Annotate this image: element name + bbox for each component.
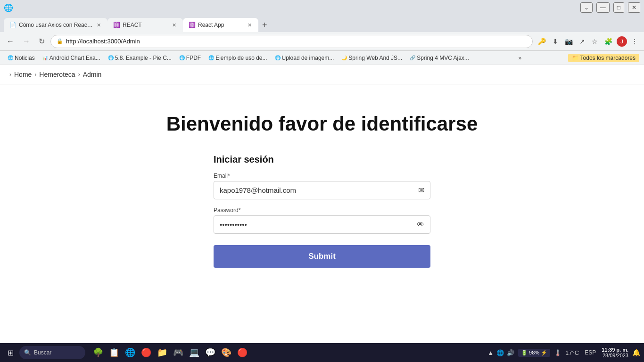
bookmark-pie[interactable]: 🌐 5.8. Example - Pie C... [105,54,174,62]
menu-button[interactable]: ⋮ [629,36,640,47]
tab-favicon-2: ⚛️ [113,22,120,28]
url-text: http://localhost:3000/Admin [66,38,527,45]
breadcrumb: › Home › Hemeroteca › Admin [0,65,644,84]
arrow-up-icon[interactable]: ▲ [487,349,494,356]
bookmark-upload[interactable]: 🌐 Upload de imagem... [272,54,337,62]
weather-icon: 🌡️ [554,349,561,356]
lock-icon: 🔒 [57,38,63,44]
taskbar-app-red[interactable]: 🔴 [235,346,249,360]
password-group: Password* 👁 [214,207,430,234]
start-button[interactable]: ⊞ [4,346,17,359]
taskbar-app-game[interactable]: 🎮 [171,346,185,360]
bookmarks-folder[interactable]: 📁 Todos los marcadores [568,54,639,62]
taskbar-app-msg[interactable]: 💬 [203,346,217,360]
bookmarks-folder-label: Todos los marcadores [580,55,636,61]
tab-2[interactable]: ⚛️ REACT ✕ [107,18,183,32]
email-group: Email* ✉ [214,173,430,199]
key-icon[interactable]: 🔑 [536,36,548,47]
bookmark-ejemplo[interactable]: 🌐 Ejemplo de uso de... [206,54,270,62]
bookmark-label-pie: 5.8. Example - Pie C... [115,55,172,61]
maximize-button[interactable]: □ [613,2,624,13]
tab-list-button[interactable]: ⌄ [580,2,593,13]
taskbar-right: ▲ 🌐 🔊 🔋 98% ⚡ 🌡️ 17°C ESP 11:39 p. m. 28… [487,347,640,358]
download-icon[interactable]: ⬇ [550,36,561,47]
page-content: › Home › Hemeroteca › Admin Bienvenido f… [0,65,644,348]
extension-icon[interactable]: 🧩 [602,36,615,47]
minimize-button[interactable]: — [596,2,610,13]
tab-1[interactable]: 📄 Cómo usar Axios con React: La... ✕ [4,18,107,32]
bookmark-favicon-spring-web: 🌙 [341,55,347,60]
clock-time: 11:39 p. m. [602,347,628,353]
taskbar-app-edge[interactable]: 🌐 [123,346,137,360]
search-bar[interactable]: 🔍 Buscar [19,346,85,359]
tab-label-1: Cómo usar Axios con React: La... [19,22,93,28]
tab-label-3: React App [198,22,244,28]
window-controls: ⌄ — □ ✕ [580,2,640,13]
breadcrumb-chevron-1: › [34,71,36,78]
breadcrumb-chevron-2: › [78,71,80,78]
screen-icon[interactable]: 📷 [562,36,575,47]
close-button[interactable]: ✕ [628,2,640,13]
reload-button[interactable]: ↻ [36,35,48,48]
bookmark-label-spring-web: Spring Web And JS... [348,55,402,61]
taskbar-app-antivirus[interactable]: 🔴 [139,346,153,360]
bookmark-label-fpdf: FPDF [186,55,201,61]
volume-icon[interactable]: 🔊 [507,349,514,356]
eye-icon[interactable]: 👁 [417,221,424,229]
tab-close-3[interactable]: ✕ [247,21,253,29]
bookmark-fpdf[interactable]: 🌐 FPDF [176,54,204,62]
notification-icon[interactable]: 🔔 [632,349,640,356]
breadcrumb-home[interactable]: Home [14,71,32,78]
tab-close-1[interactable]: ✕ [96,21,102,29]
bookmark-favicon-spring-mvc: 🔗 [410,55,415,60]
bookmark-favicon-noticias: 🌐 [8,55,13,60]
taskbar: ⊞ 🔍 Buscar 🌳 📋 🌐 🔴 📁 🎮 💻 💬 🎨 🔴 ▲ 🌐 🔊 🔋 9… [0,343,644,362]
breadcrumb-admin[interactable]: Admin [83,71,102,78]
bookmark-android-chart[interactable]: 📊 Android Chart Exa... [40,54,103,62]
tab-close-2[interactable]: ✕ [171,21,177,29]
login-form-container: Iniciar sesión Email* ✉ Password* 👁 Subm… [214,154,430,268]
forward-button[interactable]: → [20,35,33,48]
bookmark-icon[interactable]: ☆ [589,36,600,47]
back-button[interactable]: ← [4,35,17,48]
battery-indicator: 🔋 98% ⚡ [518,349,550,357]
url-bar[interactable]: 🔒 http://localhost:3000/Admin [50,35,533,48]
battery-icon: 🔋 [521,350,528,356]
bookmark-favicon-upload: 🌐 [275,55,281,60]
bookmark-favicon-android: 📊 [42,55,48,60]
email-field[interactable] [214,181,430,199]
form-heading: Iniciar sesión [214,154,430,165]
bookmark-favicon-fpdf: 🌐 [179,55,185,60]
password-field[interactable] [214,216,430,233]
bookmark-spring-mvc[interactable]: 🔗 Spring 4 MVC Ajax... [407,54,472,62]
clock[interactable]: 11:39 p. m. 28/09/2023 [602,347,628,358]
profile-icon[interactable]: J [617,36,627,47]
email-input-wrapper: ✉ [214,181,430,199]
taskbar-app-explorer[interactable]: 📁 [155,346,169,360]
bookmarks-bar: 🌐 Noticias 📊 Android Chart Exa... 🌐 5.8.… [0,51,644,65]
taskbar-app-vscode[interactable]: 💻 [187,346,201,360]
tab-favicon-1: 📄 [9,22,16,28]
taskbar-app-paint[interactable]: 🎨 [219,346,233,360]
bookmark-label-android: Android Chart Exa... [50,55,100,61]
login-area: Bienvenido favor de identificarse Inicia… [0,84,644,287]
share-icon[interactable]: ↗ [577,36,587,47]
password-input-wrapper: 👁 [214,215,430,234]
bookmark-label-ejemplo: Ejemplo de uso de... [215,55,267,61]
address-bar-actions: 🔑 ⬇ 📷 ↗ ☆ 🧩 J ⋮ [536,36,640,47]
new-tab-button[interactable]: + [258,18,271,32]
battery-percent: 98% [529,350,539,355]
email-icon: ✉ [418,186,424,195]
password-label: Password* [214,207,430,214]
submit-button[interactable]: Submit [214,245,430,268]
bookmark-noticias[interactable]: 🌐 Noticias [5,54,38,62]
tab-favicon-3: ⚛️ [189,22,195,28]
bookmark-label-spring-mvc: Spring 4 MVC Ajax... [417,55,469,61]
taskbar-app-files[interactable]: 🌳 [91,346,105,360]
network-icon[interactable]: 🌐 [496,349,504,356]
taskbar-app-taskview[interactable]: 📋 [107,346,121,360]
bookmarks-more[interactable]: » [515,54,524,62]
bookmark-spring-web[interactable]: 🌙 Spring Web And JS... [339,54,405,62]
tab-3[interactable]: ⚛️ React App ✕ [183,18,258,32]
breadcrumb-hemeroteca[interactable]: Hemeroteca [39,71,75,78]
